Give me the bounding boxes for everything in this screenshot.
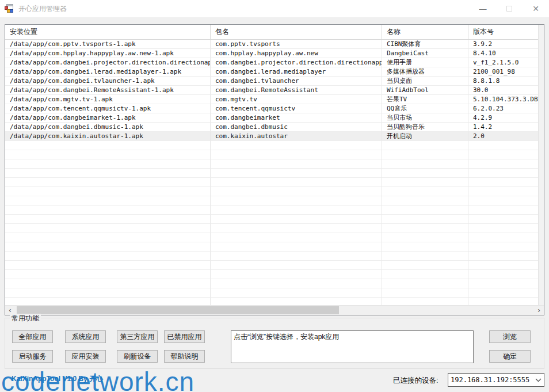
- table-cell-name: [382, 298, 468, 305]
- table-cell-package: [211, 279, 382, 288]
- device-combobox[interactable]: 192.168.31.192:5555: [448, 373, 544, 387]
- table-cell-version: [468, 242, 538, 252]
- table-row[interactable]: /data/app/com.dangbei.dbmusic-1.apkcom.d…: [5, 123, 538, 132]
- table-cell-version: [468, 215, 538, 224]
- disabled-apps-button[interactable]: 已禁用应用: [164, 330, 205, 343]
- horizontal-scrollbar[interactable]: ‹ ›: [5, 305, 544, 315]
- common-functions-groupbox: 常用功能 全部应用 系统应用 第三方应用 已禁用应用 启动服务 应用安装 刷新设…: [5, 318, 544, 369]
- table-row[interactable]: /data/app/com.dangbei.lerad.mediaplayer-…: [5, 67, 538, 77]
- table-cell-version: [468, 205, 538, 215]
- table-cell-name: 当贝桌面: [382, 77, 468, 86]
- table-cell-package: [211, 242, 382, 252]
- table-cell-name: 当贝市场: [382, 113, 468, 123]
- table-row[interactable]: /data/app/com.mgtv.tv-1.apkcom.mgtv.tv芒果…: [5, 95, 538, 104]
- table-row-empty: [5, 178, 538, 187]
- refresh-device-button[interactable]: 刷新设备: [117, 350, 158, 363]
- table-cell-package: com.dangbeimarket: [211, 113, 382, 123]
- table-cell-version: [468, 169, 538, 178]
- groupbox-title: 常用功能: [10, 314, 41, 324]
- minimize-button[interactable]: —: [470, 0, 496, 17]
- table-cell-name: [382, 141, 468, 150]
- table-row[interactable]: /data/app/com.pptv.tvsports-1.apkcom.ppt…: [5, 40, 538, 49]
- table-cell-location: [5, 270, 211, 279]
- table-cell-package: [211, 205, 382, 215]
- horizontal-scrollbar-thumb[interactable]: [17, 306, 339, 314]
- table-row-empty: [5, 242, 538, 252]
- vertical-scrollbar[interactable]: [538, 25, 544, 305]
- table-row[interactable]: /data/app/com.dangbei.projector.directio…: [5, 58, 538, 67]
- table-row[interactable]: /data/app/com.tencent.qqmusictv-1.apkcom…: [5, 104, 538, 113]
- maximize-button[interactable]: [496, 0, 523, 17]
- table-cell-name: [382, 252, 468, 261]
- table-cell-location: [5, 215, 211, 224]
- table-cell-name: [382, 233, 468, 242]
- all-apps-button[interactable]: 全部应用: [12, 330, 53, 343]
- table-cell-version: 1.4.2: [468, 123, 538, 132]
- column-header-name[interactable]: 名称: [382, 25, 468, 39]
- chevron-down-icon[interactable]: [532, 378, 544, 382]
- help-button[interactable]: 帮助说明: [164, 350, 205, 363]
- table-row-empty: [5, 252, 538, 261]
- app-table: 安装位置 包名 名称 版本号 /data/app/com.pptv.tvspor…: [5, 24, 544, 315]
- table-row-empty: [5, 205, 538, 215]
- table-cell-version: 2100_001_98: [468, 67, 538, 77]
- table-row-empty: [5, 261, 538, 270]
- table-cell-location: [5, 279, 211, 288]
- table-cell-location: [5, 242, 211, 252]
- column-header-version[interactable]: 版本号: [468, 25, 538, 39]
- table-row[interactable]: /data/app/com.hpplay.happyplay.aw.new-1.…: [5, 49, 538, 58]
- table-cell-name: [382, 288, 468, 298]
- table-cell-package: [211, 196, 382, 205]
- table-cell-name: [382, 224, 468, 233]
- table-cell-location: [5, 224, 211, 233]
- scroll-right-icon[interactable]: ›: [534, 306, 544, 315]
- table-cell-package: com.dangbei.projector.direction.directio…: [211, 58, 382, 67]
- table-cell-name: [382, 261, 468, 270]
- app-version-text: KaiXinAppTool V1.0 By 开心: [12, 374, 103, 384]
- table-cell-version: 5.10.104.373.3.DBTY_1: [468, 95, 538, 104]
- table-cell-version: [468, 150, 538, 159]
- browse-button[interactable]: 浏览: [489, 330, 531, 343]
- third-party-apps-button[interactable]: 第三方应用: [117, 330, 158, 343]
- table-cell-package: [211, 261, 382, 270]
- table-cell-package: [211, 233, 382, 242]
- table-body: /data/app/com.pptv.tvsports-1.apkcom.ppt…: [5, 40, 538, 305]
- table-row[interactable]: /data/app/com.kaixin.autostar-1.apkcom.k…: [5, 132, 538, 141]
- table-row[interactable]: /data/app/com.dangbeimarket-1.apkcom.dan…: [5, 113, 538, 123]
- close-button[interactable]: ✕: [523, 0, 549, 17]
- table-cell-package: com.dangbei.tvlauncher: [211, 77, 382, 86]
- table-cell-version: [468, 196, 538, 205]
- table-cell-name: CIBN聚体育: [382, 40, 468, 49]
- table-cell-location: [5, 298, 211, 305]
- table-cell-name: [382, 270, 468, 279]
- table-cell-location: /data/app/com.dangbei.RemoteAssistant-1.…: [5, 86, 211, 95]
- start-service-button[interactable]: 启动服务: [12, 350, 53, 363]
- confirm-button[interactable]: 确定: [489, 350, 531, 363]
- table-cell-name: 当贝酷狗音乐: [382, 123, 468, 132]
- table-cell-version: 8.8.1.8: [468, 77, 538, 86]
- table-cell-package: [211, 288, 382, 298]
- table-row[interactable]: /data/app/com.dangbei.tvlauncher-1.apkco…: [5, 77, 538, 86]
- table-cell-location: [5, 159, 211, 169]
- table-cell-package: [211, 150, 382, 159]
- system-apps-button[interactable]: 系统应用: [65, 330, 106, 343]
- table-cell-version: v_f1_2.1.5.0: [468, 58, 538, 67]
- table-cell-name: [382, 150, 468, 159]
- apk-path-textbox[interactable]: 点击“浏览”按键选择，安装apk应用: [231, 330, 474, 363]
- close-icon: ✕: [532, 4, 539, 13]
- table-row[interactable]: /data/app/com.dangbei.RemoteAssistant-1.…: [5, 86, 538, 95]
- window-title-bar[interactable]: 开心应用管理器 — ✕: [0, 0, 549, 17]
- table-cell-version: [468, 178, 538, 187]
- app-install-button[interactable]: 应用安装: [65, 350, 106, 363]
- table-cell-version: 4.2.9: [468, 113, 538, 123]
- column-header-package[interactable]: 包名: [211, 25, 382, 39]
- column-header-install-location[interactable]: 安装位置: [5, 25, 211, 39]
- table-cell-name: [382, 169, 468, 178]
- table-cell-version: [468, 298, 538, 305]
- minimize-icon: —: [479, 5, 487, 13]
- table-cell-name: 开机启动: [382, 132, 468, 141]
- table-cell-package: [211, 141, 382, 150]
- table-cell-version: [468, 233, 538, 242]
- table-cell-name: 芒果TV: [382, 95, 468, 104]
- table-cell-version: 8.4.10: [468, 49, 538, 58]
